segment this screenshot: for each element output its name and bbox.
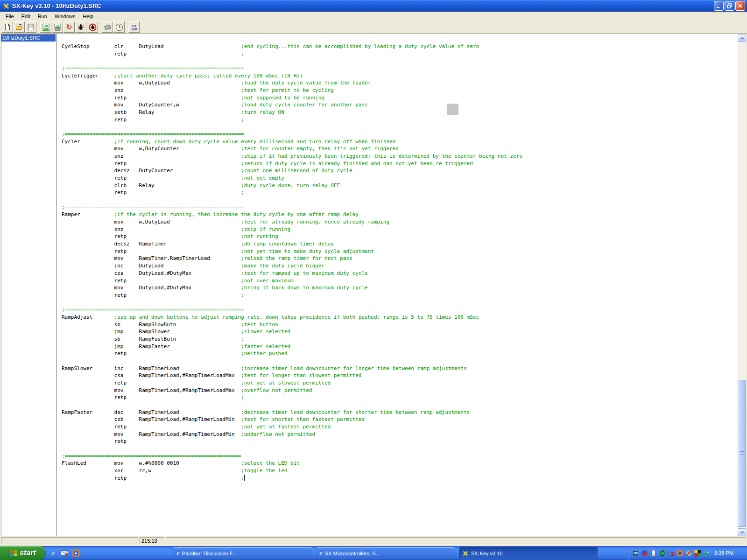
code-line[interactable]: mov RampTimerLoad,#RampTimerLoadMax ;ove… bbox=[62, 387, 738, 394]
code-line[interactable]: retp ;not yet empty bbox=[62, 175, 738, 182]
muted-audio-icon[interactable] bbox=[685, 549, 692, 557]
code-line[interactable]: retp ;return if duty cycle is already fi… bbox=[62, 160, 738, 168]
code-line[interactable]: mov w,DutyLoad ;test for already running… bbox=[62, 218, 738, 226]
sx-sim-button[interactable]: SX SIM bbox=[128, 21, 140, 33]
code-line[interactable]: RampSlower inc RampTimerLoad ;increase t… bbox=[62, 365, 738, 372]
assemble-button[interactable]: 10 101 bbox=[40, 21, 51, 33]
code-line[interactable] bbox=[62, 57, 738, 65]
menu-edit[interactable]: Edit bbox=[18, 13, 34, 20]
code-line[interactable]: csb RampTimerLoad,#RampTimerLoadMin ;tes… bbox=[62, 416, 738, 423]
code-line[interactable]: ;=======================================… bbox=[62, 131, 738, 138]
menu-file[interactable]: File bbox=[2, 13, 18, 20]
scroll-up-button[interactable] bbox=[738, 34, 746, 42]
code-line[interactable]: csa RampTimerLoad,#RampTimerLoadMax ;tes… bbox=[62, 372, 738, 379]
code-line[interactable]: mov RampTimerLoad,#RampTimerLoadMin ;und… bbox=[62, 431, 738, 438]
scroll-down-button[interactable] bbox=[738, 528, 746, 536]
code-line[interactable]: snz ;skip if running bbox=[62, 226, 738, 233]
code-line[interactable]: sb RampFastButn ; bbox=[62, 336, 738, 343]
vertical-scrollbar[interactable] bbox=[738, 34, 746, 536]
file-tab-10hzduty1[interactable]: 10HzDuty1.SRC bbox=[1, 35, 56, 42]
code-line[interactable] bbox=[62, 196, 738, 204]
code-line[interactable]: RampAdjust ;use up and down buttons to a… bbox=[62, 314, 738, 321]
clock-button[interactable] bbox=[113, 21, 125, 33]
code-line[interactable]: ;=======================================… bbox=[62, 453, 738, 460]
code-line[interactable]: setb Relay ;turn relay ON bbox=[62, 109, 738, 116]
code-line[interactable]: retp ; bbox=[62, 292, 738, 299]
code-line[interactable]: snz ;skip if it had previously been trig… bbox=[62, 153, 738, 160]
pda-icon[interactable] bbox=[649, 549, 657, 557]
media-player-icon[interactable] bbox=[71, 548, 80, 558]
menu-windows[interactable]: Windows bbox=[51, 13, 79, 20]
code-line[interactable]: decsz RampTimer ;do ramp countdown timer… bbox=[62, 240, 738, 248]
debug-button[interactable] bbox=[75, 21, 86, 33]
code-line[interactable]: retp ; bbox=[62, 394, 738, 401]
code-line[interactable]: mov w,DutyLoad ;load the duty cycle valu… bbox=[62, 79, 738, 87]
close-button[interactable] bbox=[735, 1, 745, 11]
code-line[interactable]: mov RampTimer,RampTimerLoad ;reload the … bbox=[62, 255, 738, 262]
menu-help[interactable]: Help bbox=[79, 13, 98, 20]
restore-button[interactable] bbox=[725, 1, 734, 11]
sync-icon[interactable] bbox=[641, 549, 648, 557]
code-line[interactable]: mov DutyLoad,#DutyMax ;bring it back dow… bbox=[62, 284, 738, 292]
stop-debug-button[interactable] bbox=[87, 21, 98, 33]
minimize-button[interactable] bbox=[714, 1, 724, 11]
menu-run[interactable]: Run bbox=[34, 13, 51, 20]
start-button[interactable]: start bbox=[0, 546, 45, 560]
code-line[interactable]: clrb Relay ;duty cycle done, turn relay … bbox=[62, 182, 738, 189]
code-line[interactable] bbox=[62, 357, 738, 365]
task-button-parallax-forum[interactable]: e Parallax: Discussion F... bbox=[174, 547, 312, 559]
code-line[interactable]: CycleTrigger ;start another duty cycle p… bbox=[62, 72, 738, 80]
code-line[interactable]: retp ;not supposed to be running bbox=[62, 94, 738, 102]
save-file-button[interactable] bbox=[25, 21, 36, 33]
code-editor[interactable]: CycleStop clr DutyLoad ;end cycling...th… bbox=[56, 34, 738, 536]
monitor-icon[interactable] bbox=[632, 549, 639, 557]
code-line[interactable] bbox=[62, 123, 738, 131]
task-button-sx-key[interactable]: SX-Key v3.10 bbox=[459, 547, 598, 559]
code-line[interactable]: jmp RampFaster ;faster selected bbox=[62, 343, 738, 350]
code-line[interactable]: retp ;not running bbox=[62, 233, 738, 240]
device-button[interactable] bbox=[102, 21, 113, 33]
display-colors-icon[interactable] bbox=[694, 549, 701, 557]
code-line[interactable]: inc DutyLoad ;make the duty cycle bigger bbox=[62, 262, 738, 270]
code-line[interactable]: ;=======================================… bbox=[62, 306, 738, 314]
offline-network-icon[interactable] bbox=[667, 549, 675, 557]
code-line[interactable]: ;=======================================… bbox=[62, 65, 738, 72]
code-line[interactable]: decsz DutyCounter ;count one millisecond… bbox=[62, 167, 738, 175]
code-line[interactable]: snz ;test for permit to be cycling bbox=[62, 87, 738, 94]
code-line[interactable]: ;=======================================… bbox=[62, 204, 738, 211]
code-line[interactable]: xor rc,w ;toggle the led bbox=[62, 467, 738, 475]
run-button[interactable]: ↻ bbox=[63, 21, 75, 33]
open-file-button[interactable] bbox=[14, 21, 25, 33]
code-line[interactable]: CycleStop clr DutyLoad ;end cycling...th… bbox=[62, 43, 738, 50]
code-line[interactable]: Ramper ;if the cycler is running, then i… bbox=[62, 211, 738, 218]
code-line[interactable]: retp ;neither pushed bbox=[62, 350, 738, 357]
code-line[interactable]: FlashLed mov w,#%0000_0010 ;select the L… bbox=[62, 460, 738, 467]
scrollbar-thumb[interactable] bbox=[738, 380, 746, 527]
code-line[interactable]: jmp RampSlower ;slower selected bbox=[62, 328, 738, 336]
new-file-button[interactable] bbox=[2, 21, 13, 33]
code-line[interactable]: retp ;not yet at slowest permitted bbox=[62, 379, 738, 387]
code-line[interactable]: retp ;not over maximum bbox=[62, 277, 738, 285]
code-line[interactable]: retp ;not yet time to make duty cycle ad… bbox=[62, 248, 738, 255]
code-line[interactable]: retp ; bbox=[62, 189, 738, 196]
task-button-sx-microcontrollers[interactable]: e SX Microcontrollers, S... bbox=[317, 547, 455, 559]
code-line[interactable]: sb RampSlowButn ;test button bbox=[62, 321, 738, 329]
code-line[interactable]: mov w,DutyCounter ;test for counter empt… bbox=[62, 145, 738, 153]
code-line[interactable]: retp ; bbox=[62, 50, 738, 58]
device-icon[interactable] bbox=[658, 549, 666, 557]
internet-explorer-icon[interactable]: e bbox=[49, 548, 58, 558]
code-line[interactable]: retp ;not yet at fastest permitted bbox=[62, 423, 738, 431]
code-line[interactable]: retp ; bbox=[62, 116, 738, 124]
code-line[interactable]: csa DutyLoad,#DutyMax ;test for ramped u… bbox=[62, 270, 738, 277]
messenger-icon[interactable] bbox=[703, 549, 710, 557]
code-line[interactable]: retp bbox=[62, 438, 738, 445]
code-line[interactable] bbox=[62, 401, 738, 409]
code-line[interactable] bbox=[62, 299, 738, 307]
code-line[interactable]: Cycler ;if running, count down duty cycl… bbox=[62, 138, 738, 146]
code-line[interactable]: mov DutyCounter,w ;load duty cycle count… bbox=[62, 101, 738, 109]
code-line[interactable]: RampFaster dec RampTimerLoad ;decrease t… bbox=[62, 409, 738, 416]
alert-target-icon[interactable] bbox=[676, 549, 684, 557]
code-line[interactable]: retp ; bbox=[62, 475, 738, 482]
program-button[interactable]: 10 bbox=[52, 21, 63, 33]
outlook-express-icon[interactable] bbox=[60, 548, 69, 558]
